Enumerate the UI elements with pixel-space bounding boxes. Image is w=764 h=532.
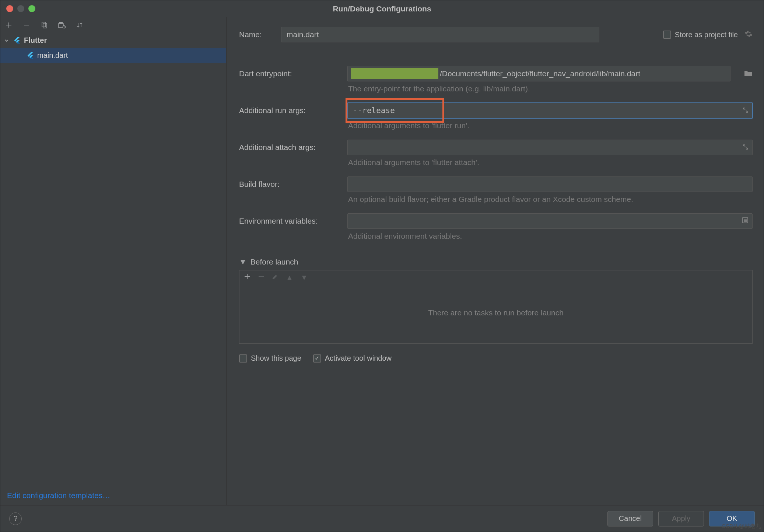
runargs-hint: Additional arguments to 'flutter run'. xyxy=(348,121,753,130)
attachargs-input[interactable] xyxy=(347,140,753,155)
browse-folder-icon[interactable] xyxy=(744,69,753,78)
dialog-footer: ? Cancel Apply OK xyxy=(0,505,764,532)
checkbox-icon xyxy=(239,354,247,363)
tree-node-flutter[interactable]: Flutter xyxy=(0,33,226,48)
name-label: Name: xyxy=(239,30,273,39)
chevron-down-icon xyxy=(3,38,10,43)
flavor-input[interactable] xyxy=(347,176,753,192)
entrypoint-input[interactable]: /Documents/flutter_object/flutter_nav_an… xyxy=(347,66,730,81)
store-as-project-file[interactable]: Store as project file xyxy=(663,30,753,40)
runargs-input[interactable]: --release xyxy=(347,103,753,118)
move-up-icon[interactable]: ▲ xyxy=(286,273,293,282)
dialog-window: Run/Debug Configurations Flutter main xyxy=(0,0,764,532)
main-panel: Name: main.dart Store as project file Da… xyxy=(227,17,764,505)
flavor-hint: An optional build flavor; either a Gradl… xyxy=(348,195,753,204)
env-input[interactable] xyxy=(347,213,753,229)
window-title: Run/Debug Configurations xyxy=(0,4,764,13)
expand-icon[interactable] xyxy=(743,106,749,115)
apply-button[interactable]: Apply xyxy=(658,511,704,526)
help-icon[interactable]: ? xyxy=(9,512,22,525)
save-config-icon[interactable] xyxy=(57,20,67,30)
edit-templates-link[interactable]: Edit configuration templates… xyxy=(7,491,110,500)
add-task-icon[interactable] xyxy=(244,273,250,282)
edit-task-icon[interactable] xyxy=(272,273,278,282)
attachargs-hint: Additional arguments to 'flutter attach'… xyxy=(348,158,753,167)
env-hint: Additional environment variables. xyxy=(348,232,753,241)
remove-config-icon[interactable] xyxy=(22,20,31,30)
checkbox-checked-icon xyxy=(313,354,321,363)
title-bar: Run/Debug Configurations xyxy=(0,0,764,17)
close-window-icon[interactable] xyxy=(6,5,13,12)
store-label: Store as project file xyxy=(675,31,738,39)
name-input[interactable]: main.dart xyxy=(281,27,599,42)
attachargs-label: Additional attach args: xyxy=(239,143,339,152)
env-label: Environment variables: xyxy=(239,217,339,225)
tasks-empty-text: There are no tasks to run before launch xyxy=(239,285,752,340)
minimize-window-icon[interactable] xyxy=(17,5,24,12)
entrypoint-label: Dart entrypoint: xyxy=(239,69,339,78)
checkbox-icon xyxy=(663,31,671,39)
checkbox-row: Show this page Activate tool window xyxy=(239,354,753,363)
svg-rect-1 xyxy=(43,23,47,28)
copy-config-icon[interactable] xyxy=(39,20,49,30)
before-launch-header[interactable]: ▼ Before launch xyxy=(239,258,753,266)
tasks-toolbar: ▲ ▼ xyxy=(239,270,752,285)
flavor-label: Build flavor: xyxy=(239,180,339,189)
sidebar-toolbar xyxy=(0,17,226,33)
add-config-icon[interactable] xyxy=(4,20,14,30)
tree-leaf-label: main.dart xyxy=(37,51,68,60)
tasks-panel: ▲ ▼ There are no tasks to run before lau… xyxy=(239,270,753,344)
activate-tool-checkbox[interactable]: Activate tool window xyxy=(313,354,392,363)
maximize-window-icon[interactable] xyxy=(28,5,35,12)
window-controls xyxy=(6,5,35,12)
tree-node-label: Flutter xyxy=(24,36,47,45)
config-tree: Flutter main.dart xyxy=(0,33,226,486)
before-launch-title: Before launch xyxy=(250,258,298,266)
move-down-icon[interactable]: ▼ xyxy=(301,273,308,282)
show-page-label: Show this page xyxy=(251,354,301,363)
entrypoint-hint: The entry-point for the application (e.g… xyxy=(348,84,753,93)
flutter-icon xyxy=(13,36,21,45)
sort-config-icon[interactable] xyxy=(75,20,84,30)
svg-rect-0 xyxy=(42,22,46,27)
remove-task-icon[interactable] xyxy=(258,273,264,282)
tree-leaf-main-dart[interactable]: main.dart xyxy=(0,48,226,63)
cancel-button[interactable]: Cancel xyxy=(607,511,653,526)
redacted-path xyxy=(351,68,438,79)
watermark: CSDN @韩老九 xyxy=(722,523,761,530)
triangle-down-icon: ▼ xyxy=(239,258,247,266)
show-page-checkbox[interactable]: Show this page xyxy=(239,354,301,363)
runargs-label: Additional run args: xyxy=(239,106,339,115)
gear-icon[interactable] xyxy=(744,30,753,40)
expand-icon[interactable] xyxy=(743,143,749,152)
activate-tool-label: Activate tool window xyxy=(325,354,392,363)
sidebar: Flutter main.dart Edit configuration tem… xyxy=(0,17,227,505)
before-launch-section: ▼ Before launch ▲ ▼ There are no tasks t… xyxy=(239,258,753,363)
list-icon[interactable] xyxy=(742,217,749,225)
sidebar-footer: Edit configuration templates… xyxy=(0,486,226,505)
flutter-icon xyxy=(26,52,34,60)
